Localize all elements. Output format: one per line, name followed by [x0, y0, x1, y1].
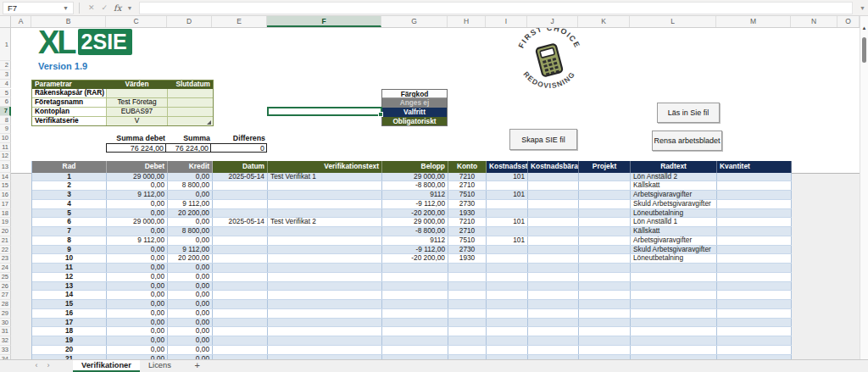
- cell[interactable]: [382, 319, 448, 327]
- cell[interactable]: [528, 327, 579, 336]
- param-slutdatum-cell[interactable]: [168, 108, 213, 117]
- cell[interactable]: [528, 309, 579, 318]
- cell[interactable]: 0,00: [168, 291, 213, 299]
- cell[interactable]: [487, 282, 528, 291]
- cell[interactable]: 0,00: [107, 273, 168, 281]
- cell[interactable]: [528, 346, 579, 354]
- column-title-kostnadsbärare[interactable]: Kostnadsbärare: [528, 161, 579, 173]
- column-header-E[interactable]: E: [212, 16, 267, 27]
- param-slutdatum-cell[interactable]: [168, 89, 213, 98]
- cell[interactable]: 3: [32, 191, 107, 199]
- legend-item-cell[interactable]: Valfritt: [382, 108, 447, 117]
- column-header-I[interactable]: I: [486, 16, 527, 27]
- cell[interactable]: [717, 173, 792, 181]
- cell[interactable]: [579, 346, 631, 354]
- cell[interactable]: [268, 236, 382, 245]
- cell[interactable]: 9112: [382, 236, 448, 245]
- select-all-corner[interactable]: [0, 16, 11, 28]
- column-title-projekt[interactable]: Projekt: [579, 161, 631, 173]
- cell[interactable]: [579, 309, 631, 318]
- row-header-15[interactable]: 15: [0, 181, 11, 191]
- cell[interactable]: 0,00: [168, 336, 213, 345]
- cell[interactable]: [717, 218, 792, 226]
- row-header-14[interactable]: 14: [0, 173, 11, 182]
- cell[interactable]: [268, 254, 382, 263]
- cell[interactable]: [717, 327, 792, 336]
- row-header-13[interactable]: 13: [0, 161, 11, 173]
- cell[interactable]: [528, 254, 579, 263]
- row-header-10[interactable]: 10: [0, 134, 11, 143]
- cell[interactable]: [717, 246, 792, 254]
- cell[interactable]: [631, 282, 717, 291]
- cell[interactable]: [631, 291, 717, 299]
- cell[interactable]: [487, 291, 528, 299]
- cell[interactable]: 0,00: [168, 319, 213, 327]
- cell[interactable]: [268, 246, 382, 254]
- create-sie-file-button[interactable]: Skapa SIE fil: [509, 129, 577, 150]
- summary-value-cell[interactable]: 76 224,00: [107, 144, 166, 153]
- cell[interactable]: [631, 346, 717, 354]
- row-header-32[interactable]: 32: [0, 336, 11, 346]
- cell[interactable]: [579, 200, 631, 208]
- row-header-7[interactable]: 7: [0, 107, 11, 116]
- cell[interactable]: [528, 173, 579, 181]
- cell[interactable]: 5: [32, 209, 107, 218]
- cell[interactable]: [213, 327, 268, 336]
- row-header-9[interactable]: 9: [0, 125, 11, 134]
- cell[interactable]: [382, 273, 448, 281]
- cell[interactable]: [487, 264, 528, 272]
- cell[interactable]: [382, 309, 448, 318]
- row-header-4[interactable]: 4: [0, 80, 11, 89]
- cell[interactable]: 101: [487, 191, 528, 199]
- cell[interactable]: [487, 309, 528, 318]
- cell[interactable]: [717, 309, 792, 318]
- cell[interactable]: Arbetsgivaravgifter: [631, 191, 717, 199]
- column-header-O[interactable]: O: [837, 16, 860, 27]
- cell[interactable]: [631, 273, 717, 281]
- cell[interactable]: [487, 246, 528, 254]
- cell[interactable]: [528, 300, 579, 308]
- cell[interactable]: 4: [32, 200, 107, 208]
- cell[interactable]: 8 800,00: [168, 227, 213, 236]
- cell[interactable]: 0,00: [168, 282, 213, 291]
- column-header-J[interactable]: J: [527, 16, 578, 27]
- cell[interactable]: 2710: [448, 227, 487, 236]
- cell[interactable]: 0,00: [107, 254, 168, 263]
- legend-item-cell[interactable]: Anges ej: [382, 98, 447, 108]
- row-header-17[interactable]: 17: [0, 200, 11, 209]
- cell[interactable]: 2730: [448, 246, 487, 254]
- cell[interactable]: [717, 291, 792, 299]
- cell[interactable]: [487, 227, 528, 236]
- cell[interactable]: 9 112,00: [107, 236, 168, 245]
- row-header-30[interactable]: 30: [0, 319, 11, 328]
- cell[interactable]: 0,00: [107, 209, 168, 218]
- cell[interactable]: Skuld Arbetsgivaravgifter: [631, 200, 717, 208]
- cell[interactable]: 1930: [448, 254, 487, 263]
- cell[interactable]: [448, 291, 487, 299]
- cell[interactable]: 6: [32, 218, 107, 226]
- cell[interactable]: [213, 336, 268, 345]
- cell[interactable]: [213, 236, 268, 245]
- cell[interactable]: 0,00: [107, 336, 168, 345]
- cell[interactable]: [717, 319, 792, 327]
- cell[interactable]: 0,00: [168, 236, 213, 245]
- cell[interactable]: [528, 181, 579, 190]
- cell[interactable]: [579, 336, 631, 345]
- cell[interactable]: [382, 300, 448, 308]
- cell[interactable]: [382, 291, 448, 299]
- formula-input[interactable]: [139, 2, 853, 14]
- cell[interactable]: [448, 282, 487, 291]
- cell[interactable]: [213, 227, 268, 236]
- column-header-C[interactable]: C: [106, 16, 167, 27]
- cell[interactable]: [579, 282, 631, 291]
- cell[interactable]: [213, 209, 268, 218]
- cell[interactable]: 2730: [448, 200, 487, 208]
- cancel-icon[interactable]: ✕: [88, 3, 95, 12]
- summary-value-cell[interactable]: 76 224,00: [166, 144, 211, 153]
- row-header-23[interactable]: 23: [0, 254, 11, 264]
- cell[interactable]: -20 200,00: [382, 209, 448, 218]
- row-header-26[interactable]: 26: [0, 282, 11, 291]
- row-header-16[interactable]: 16: [0, 191, 11, 200]
- row-header-2[interactable]: 2: [0, 61, 11, 70]
- cell[interactable]: 0,00: [107, 327, 168, 336]
